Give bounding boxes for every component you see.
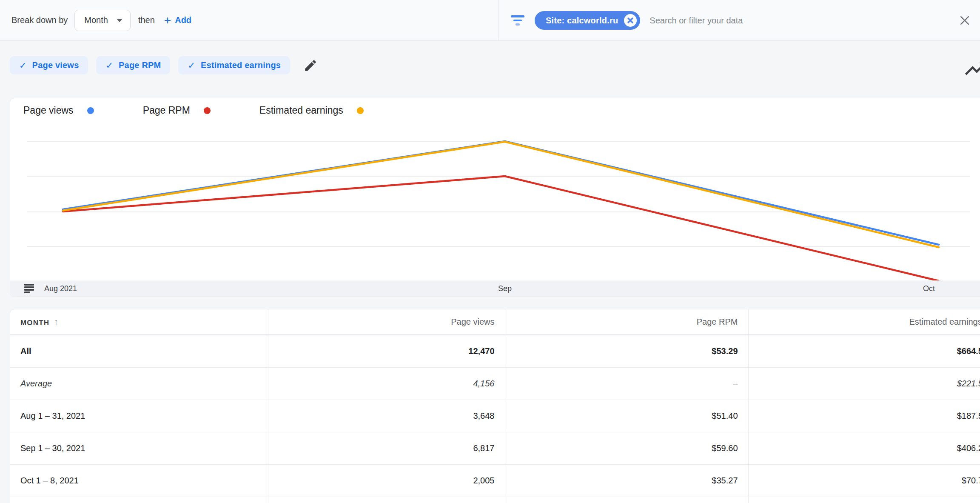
table-row: Average4,156–$221.50 [10,367,980,400]
table-header-row: MONTH↑ Page views Page RPM Estimated ear… [10,309,980,335]
x-axis-tick: Aug 2021 [44,280,77,297]
table-row: Sep 1 – 30, 20216,817$59.60$406.28 [10,432,980,464]
then-label: then [138,15,155,25]
estimated-earnings-cell: $221.50 [748,367,980,400]
legend-item-estimated-earnings: Estimated earnings [259,105,364,116]
chart-x-axis: Aug 2021 Sep Oct [10,280,980,297]
month-cell: All [10,335,268,367]
line-series-page-views [63,141,939,245]
page-views-cell: 2,005 [268,464,505,497]
table-row: All12,470$53.29$664.51 [10,335,980,367]
empty-cell [268,497,505,503]
metric-chip-page-views[interactable]: ✓ Page views [10,56,88,74]
search-input[interactable] [650,16,956,26]
site-filter-label: Site: calcworld.ru [546,16,618,26]
line-series-page-rpm [63,176,939,281]
empty-cell [505,497,748,503]
legend-item-page-rpm: Page RPM [143,105,211,116]
filter-list-icon[interactable] [511,15,524,26]
page-views-cell: 6,817 [268,432,505,464]
legend-dot-red [204,107,211,114]
breakdown-label: Break down by [11,15,68,25]
table-row: Oct 1 – 8, 20212,005$35.27$70.73 [10,464,980,497]
check-icon: ✓ [19,60,27,71]
page-rpm-cell: – [505,367,748,400]
check-icon: ✓ [105,60,113,71]
column-header-estimated-earnings[interactable]: Estimated earnings * [748,309,980,335]
chart-table-toggle-icon[interactable] [24,284,34,293]
breakdown-dimension-value: Month [84,15,108,25]
month-cell: Oct 1 – 8, 2021 [10,464,268,497]
check-icon: ✓ [188,60,195,71]
chart-card: Page views Page RPM Estimated earnings A… [10,98,980,297]
metric-chip-page-rpm[interactable]: ✓ Page RPM [96,56,170,74]
table-row: Aug 1 – 31, 20213,648$51.40$187.51 [10,400,980,432]
edit-metrics-button[interactable] [303,58,318,73]
page-rpm-cell: $59.60 [505,432,748,464]
legend-item-page-views: Page views [23,105,94,116]
line-chart [10,98,980,281]
estimated-earnings-cell: $406.28 [748,432,980,464]
page-views-cell: 3,648 [268,400,505,432]
report-table: MONTH↑ Page views Page RPM Estimated ear… [10,309,980,503]
report-table-card: MONTH↑ Page views Page RPM Estimated ear… [10,309,980,503]
page-rpm-cell: $35.27 [505,464,748,497]
table-row-partial [10,497,980,503]
close-icon[interactable] [956,12,973,29]
empty-cell [10,497,268,503]
column-header-page-views[interactable]: Page views [268,309,505,335]
line-series-estimated-earnings [63,142,939,247]
plus-icon: + [164,14,171,26]
legend-dot-yellow [357,107,364,114]
month-cell: Sep 1 – 30, 2021 [10,432,268,464]
x-axis-tick: Sep [488,280,522,297]
trend-chart-icon[interactable] [963,57,980,83]
month-cell: Aug 1 – 31, 2021 [10,400,268,432]
sort-ascending-icon: ↑ [54,317,59,327]
legend-dot-blue [87,107,94,114]
page-rpm-cell: $51.40 [505,400,748,432]
filter-bar: Site: calcworld.ru [499,0,980,41]
estimated-earnings-cell: $187.51 [748,400,980,432]
page-rpm-cell: $53.29 [505,335,748,367]
chart-legend: Page views Page RPM Estimated earnings [23,105,413,116]
estimated-earnings-cell: $70.73 [748,464,980,497]
pencil-icon [303,58,318,73]
page-views-cell: 4,156 [268,367,505,400]
empty-cell [748,497,980,503]
breakdown-dimension-dropdown[interactable]: Month [74,10,131,31]
x-axis-tick: Oct [923,280,935,297]
column-header-page-rpm[interactable]: Page RPM [505,309,748,335]
column-header-month[interactable]: MONTH↑ [10,309,268,335]
add-breakdown-button[interactable]: + Add [164,14,191,26]
metric-chip-estimated-earnings[interactable]: ✓ Estimated earnings [178,56,290,74]
site-filter-chip[interactable]: Site: calcworld.ru [535,11,640,30]
month-cell: Average [10,367,268,400]
estimated-earnings-cell: $664.51 [748,335,980,367]
remove-filter-icon[interactable] [624,14,637,27]
page-views-cell: 12,470 [268,335,505,367]
chevron-down-icon [117,19,122,22]
breakdown-controls: Break down by Month then + Add [0,0,191,40]
toolbar: Break down by Month then + Add Site: cal… [0,0,980,41]
metric-chip-row: ✓ Page views ✓ Page RPM ✓ Estimated earn… [10,56,318,74]
